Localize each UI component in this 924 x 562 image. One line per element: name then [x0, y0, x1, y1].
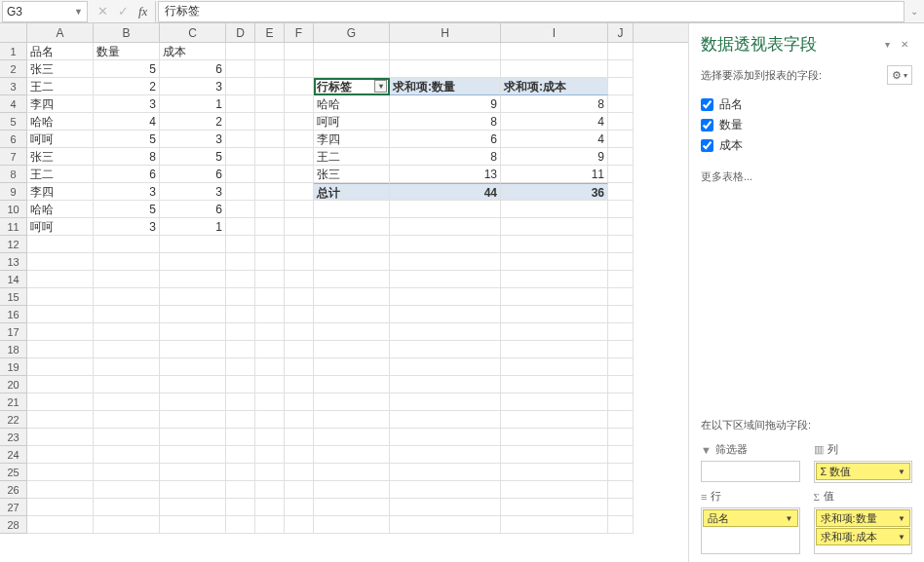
- cell[interactable]: [608, 341, 634, 358]
- row-header[interactable]: 11: [0, 218, 27, 236]
- cell[interactable]: 张三: [27, 60, 94, 78]
- cell[interactable]: [501, 43, 608, 60]
- cell[interactable]: 5: [94, 201, 160, 218]
- col-header-I[interactable]: I: [501, 23, 608, 42]
- cancel-icon[interactable]: ✕: [97, 4, 108, 19]
- cell[interactable]: [226, 499, 255, 516]
- cell[interactable]: [285, 201, 314, 218]
- cell[interactable]: [501, 429, 608, 446]
- cell[interactable]: 呵呵: [27, 218, 94, 236]
- cell[interactable]: [608, 499, 634, 516]
- cell[interactable]: [255, 393, 285, 411]
- cell[interactable]: [226, 131, 255, 148]
- pivot-value[interactable]: 6: [390, 131, 501, 148]
- cell[interactable]: [226, 218, 255, 236]
- cell[interactable]: 6: [160, 201, 226, 218]
- values-drop-zone[interactable]: 求和项:数量 ▼ 求和项:成本 ▼: [814, 507, 913, 554]
- col-header-D[interactable]: D: [226, 23, 255, 42]
- row-header[interactable]: 5: [0, 113, 27, 131]
- cell[interactable]: [608, 113, 634, 131]
- pivot-value[interactable]: 4: [501, 131, 608, 148]
- cell[interactable]: [255, 376, 285, 393]
- panel-settings-button[interactable]: ⚙ ▾: [887, 65, 912, 85]
- cell[interactable]: [160, 253, 226, 271]
- cell[interactable]: 王二: [27, 78, 94, 95]
- field-item[interactable]: 品名: [701, 94, 912, 115]
- cell[interactable]: 3: [160, 131, 226, 148]
- cell[interactable]: [314, 393, 390, 411]
- cell[interactable]: [608, 323, 634, 341]
- cell[interactable]: [255, 95, 285, 113]
- cell[interactable]: [390, 306, 501, 323]
- cell[interactable]: [285, 499, 314, 516]
- cell[interactable]: [501, 323, 608, 341]
- cell[interactable]: [94, 253, 160, 271]
- cell[interactable]: [160, 358, 226, 376]
- cell[interactable]: [608, 411, 634, 429]
- cell[interactable]: [608, 376, 634, 393]
- confirm-icon[interactable]: ✓: [118, 4, 129, 19]
- cell[interactable]: [94, 288, 160, 306]
- cell[interactable]: [314, 271, 390, 288]
- cell[interactable]: 李四: [27, 183, 94, 201]
- cell[interactable]: [285, 481, 314, 499]
- cell[interactable]: [255, 499, 285, 516]
- cell[interactable]: 数量: [94, 43, 160, 60]
- cell[interactable]: 哈哈: [27, 201, 94, 218]
- row-header[interactable]: 1: [0, 43, 27, 60]
- cell[interactable]: [255, 78, 285, 95]
- cell[interactable]: [501, 306, 608, 323]
- cell[interactable]: [255, 236, 285, 253]
- row-header[interactable]: 16: [0, 306, 27, 323]
- cell[interactable]: [390, 429, 501, 446]
- cell[interactable]: [285, 429, 314, 446]
- cell[interactable]: [285, 411, 314, 429]
- row-header[interactable]: 3: [0, 78, 27, 95]
- cell[interactable]: [285, 183, 314, 201]
- row-header[interactable]: 6: [0, 131, 27, 148]
- cell[interactable]: [314, 323, 390, 341]
- cell[interactable]: [226, 236, 255, 253]
- cell[interactable]: [94, 481, 160, 499]
- cell[interactable]: [608, 253, 634, 271]
- cell[interactable]: [314, 341, 390, 358]
- cell[interactable]: [255, 131, 285, 148]
- cell[interactable]: [501, 60, 608, 78]
- cell[interactable]: [314, 201, 390, 218]
- pivot-col2-header[interactable]: 求和项:成本: [501, 78, 608, 95]
- cell[interactable]: [390, 481, 501, 499]
- cell[interactable]: [608, 43, 634, 60]
- cell[interactable]: [501, 341, 608, 358]
- cell[interactable]: [255, 60, 285, 78]
- row-header[interactable]: 26: [0, 481, 27, 499]
- cell[interactable]: [226, 516, 255, 534]
- row-header[interactable]: 21: [0, 393, 27, 411]
- row-header[interactable]: 10: [0, 201, 27, 218]
- cell[interactable]: [94, 271, 160, 288]
- cell[interactable]: [94, 323, 160, 341]
- cell[interactable]: [608, 236, 634, 253]
- cell[interactable]: [94, 358, 160, 376]
- values-area-item[interactable]: 求和项:成本 ▼: [816, 528, 911, 545]
- cell[interactable]: [390, 288, 501, 306]
- cell[interactable]: [285, 236, 314, 253]
- cell[interactable]: [160, 499, 226, 516]
- col-header-F[interactable]: F: [285, 23, 314, 42]
- cell[interactable]: [608, 201, 634, 218]
- cell[interactable]: [94, 429, 160, 446]
- row-header[interactable]: 23: [0, 429, 27, 446]
- pivot-value[interactable]: 11: [501, 166, 608, 183]
- cell[interactable]: [501, 236, 608, 253]
- cell[interactable]: [608, 446, 634, 464]
- cell[interactable]: [390, 464, 501, 481]
- cell[interactable]: [390, 253, 501, 271]
- cell[interactable]: [390, 376, 501, 393]
- field-checkbox[interactable]: [701, 119, 713, 131]
- cell[interactable]: 张三: [27, 148, 94, 166]
- cell[interactable]: [608, 148, 634, 166]
- cell[interactable]: [314, 288, 390, 306]
- cell[interactable]: 品名: [27, 43, 94, 60]
- cell[interactable]: [255, 429, 285, 446]
- cell[interactable]: [390, 341, 501, 358]
- cell[interactable]: [27, 481, 94, 499]
